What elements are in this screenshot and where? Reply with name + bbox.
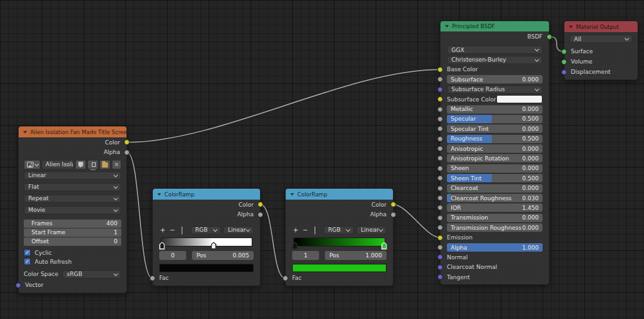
gradient-bar[interactable] [161, 237, 252, 246]
colorramp1-node[interactable]: ColorRamp Color Alpha + − RGB Linear [152, 188, 261, 286]
alpha-output-socket[interactable] [390, 212, 396, 218]
input-socket[interactable] [437, 136, 443, 142]
collapse-arrow-icon[interactable] [23, 131, 27, 134]
collapse-arrow-icon[interactable] [290, 193, 294, 196]
param-slider[interactable]: Specular 0.500 [447, 115, 543, 123]
stop-index-field[interactable]: 1 [292, 251, 319, 260]
param-slider[interactable]: Specular Tint 0.000 [447, 125, 543, 133]
remove-stop-button[interactable]: − [169, 227, 176, 234]
colorramp2-header[interactable]: ColorRamp [286, 189, 393, 200]
setting-dropdown[interactable]: Flat [24, 183, 121, 191]
image-browse-button[interactable] [24, 160, 40, 169]
image-name-field[interactable]: Alien Isolation Fa.. [42, 160, 74, 169]
fake-user-button[interactable] [75, 160, 86, 169]
stop-pos-field[interactable]: Pos 1.000 [325, 251, 387, 260]
image-node-header[interactable]: Alien Isolation Fan Made Title Screen.mp… [19, 126, 126, 137]
param-dropdown[interactable]: Subsurface Radius [447, 85, 543, 94]
input-socket[interactable] [437, 67, 443, 73]
color-output-socket[interactable] [390, 202, 396, 207]
param-slider[interactable]: Alpha 1.000 [447, 243, 543, 252]
param-dropdown[interactable]: Christensen-Burley [447, 56, 543, 64]
interpolation-dropdown[interactable]: Linear [223, 226, 254, 234]
target-dropdown[interactable]: All [570, 35, 632, 43]
input-socket[interactable] [437, 245, 443, 250]
input-socket[interactable] [437, 254, 443, 260]
input-socket[interactable] [437, 96, 443, 102]
stop-index-field[interactable]: 0 [159, 251, 186, 260]
setting-dropdown[interactable]: Movie [24, 206, 121, 214]
ramp-stop-handle[interactable] [381, 242, 387, 250]
open-image-button[interactable] [100, 160, 110, 169]
param-slider[interactable]: Transmission Roughness 0.000 [447, 223, 543, 232]
input-socket[interactable] [437, 116, 443, 122]
input-socket[interactable] [437, 185, 443, 191]
stop-pos-field[interactable]: Pos 0.005 [192, 251, 254, 260]
collapse-arrow-icon[interactable] [569, 26, 573, 28]
number-field[interactable]: Start Frame 1 [24, 228, 121, 237]
setting-dropdown[interactable]: Repeat [24, 194, 121, 203]
alpha-output-socket[interactable] [257, 212, 263, 218]
param-slider[interactable]: Roughness 0.500 [447, 135, 543, 143]
input-socket[interactable] [437, 205, 443, 211]
add-stop-button[interactable]: + [292, 227, 299, 234]
input-socket[interactable] [437, 126, 443, 132]
input-socket[interactable] [437, 166, 443, 171]
input-socket[interactable] [437, 225, 443, 230]
stop-color-swatch[interactable] [292, 264, 387, 272]
ramp-stop-handle[interactable] [292, 242, 298, 250]
color-output-socket[interactable] [257, 202, 263, 207]
param-slider[interactable]: Anisotropic Rotation 0.000 [447, 154, 543, 162]
input-socket[interactable] [437, 107, 443, 112]
number-field[interactable]: Frames 400 [24, 220, 121, 228]
ramp-options-button[interactable] [311, 227, 318, 234]
colorramp1-header[interactable]: ColorRamp [153, 189, 260, 200]
color-swatch[interactable] [496, 95, 543, 103]
param-slider[interactable]: Clearcoat Roughness 0.030 [447, 194, 543, 202]
colorramp2-node[interactable]: ColorRamp Color Alpha + − RGB Linear [285, 188, 394, 286]
input-socket[interactable] [437, 175, 443, 181]
input-socket[interactable] [437, 274, 443, 280]
ramp-options-button[interactable] [178, 227, 186, 234]
interpolation-dropdown[interactable]: Linear [356, 226, 387, 234]
param-slider[interactable]: Metallic 0.000 [447, 105, 543, 114]
collapse-arrow-icon[interactable] [157, 193, 161, 196]
param-slider[interactable]: Sheen 0.000 [447, 164, 543, 173]
param-slider[interactable]: Sheen Tint 0.500 [447, 174, 543, 182]
color-space-dropdown[interactable]: sRGB [62, 270, 121, 279]
input-socket[interactable] [437, 215, 443, 221]
input-socket[interactable] [437, 87, 443, 92]
remove-stop-button[interactable]: − [302, 227, 309, 234]
node-editor-canvas[interactable]: Alien Isolation Fan Made Title Screen.mp… [0, 0, 644, 319]
ramp-stop-handle[interactable] [159, 242, 165, 250]
duplicate-button[interactable] [87, 160, 98, 169]
ramp-stop-handle[interactable] [211, 242, 216, 250]
color-output-socket[interactable] [124, 139, 130, 145]
input-socket[interactable] [437, 146, 443, 151]
input-socket[interactable] [437, 76, 443, 82]
color-mode-dropdown[interactable]: RGB [324, 226, 354, 234]
fac-input-socket[interactable] [283, 275, 288, 281]
gradient-bar[interactable] [293, 237, 385, 246]
param-slider[interactable]: Clearcoat 0.000 [447, 184, 543, 193]
stop-color-swatch[interactable] [159, 264, 254, 272]
input-socket[interactable] [561, 59, 567, 65]
alpha-output-socket[interactable] [124, 150, 130, 155]
vector-input-socket[interactable] [15, 282, 21, 288]
input-socket[interactable] [437, 264, 443, 270]
setting-dropdown[interactable]: Linear [24, 171, 121, 180]
checkbox[interactable]: ✓ [24, 249, 31, 256]
number-field[interactable]: Offset 0 [24, 237, 121, 246]
image-texture-node[interactable]: Alien Isolation Fan Made Title Screen.mp… [18, 126, 127, 293]
color-mode-dropdown[interactable]: RGB [191, 226, 221, 234]
param-slider[interactable]: IOR 1.450 [447, 203, 543, 212]
add-stop-button[interactable]: + [159, 227, 166, 234]
input-socket[interactable] [437, 155, 443, 161]
param-slider[interactable]: Transmission 0.000 [447, 214, 543, 222]
input-socket[interactable] [561, 69, 567, 75]
collapse-arrow-icon[interactable] [445, 25, 449, 28]
bsdf-header[interactable]: Principled BSDF [440, 21, 549, 31]
material-output-header[interactable]: Material Output [564, 21, 638, 32]
checkbox[interactable]: ✓ [24, 258, 31, 265]
unlink-button[interactable]: × [112, 160, 121, 169]
material-output-node[interactable]: Material Output All Surface Volume [564, 21, 638, 80]
